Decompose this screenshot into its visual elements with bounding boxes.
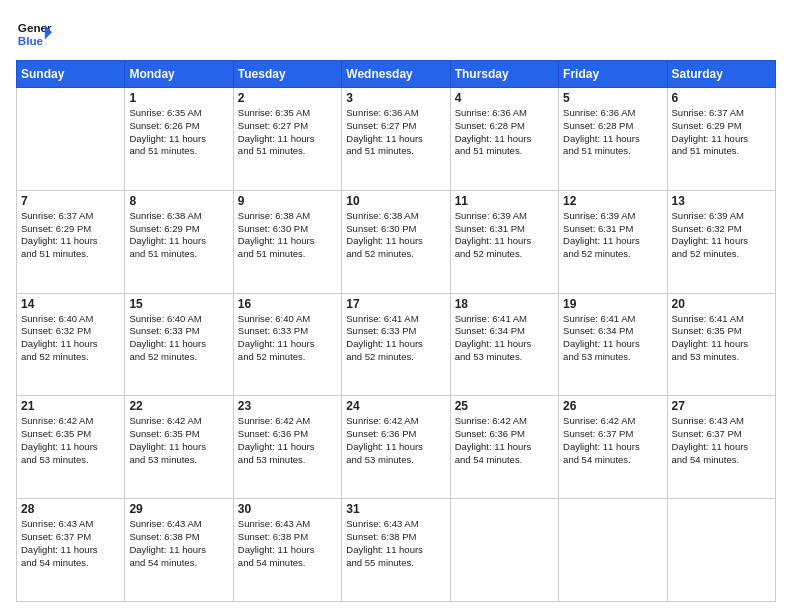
calendar-cell: 20Sunrise: 6:41 AM Sunset: 6:35 PM Dayli… bbox=[667, 293, 775, 396]
calendar-day-header: Sunday bbox=[17, 61, 125, 88]
day-number: 28 bbox=[21, 502, 120, 516]
day-number: 18 bbox=[455, 297, 554, 311]
cell-info: Sunrise: 6:38 AM Sunset: 6:30 PM Dayligh… bbox=[238, 210, 337, 261]
cell-info: Sunrise: 6:41 AM Sunset: 6:33 PM Dayligh… bbox=[346, 313, 445, 364]
calendar-week-row: 7Sunrise: 6:37 AM Sunset: 6:29 PM Daylig… bbox=[17, 190, 776, 293]
calendar-cell: 15Sunrise: 6:40 AM Sunset: 6:33 PM Dayli… bbox=[125, 293, 233, 396]
day-number: 13 bbox=[672, 194, 771, 208]
calendar-cell: 19Sunrise: 6:41 AM Sunset: 6:34 PM Dayli… bbox=[559, 293, 667, 396]
calendar-day-header: Saturday bbox=[667, 61, 775, 88]
day-number: 6 bbox=[672, 91, 771, 105]
day-number: 14 bbox=[21, 297, 120, 311]
calendar-cell: 23Sunrise: 6:42 AM Sunset: 6:36 PM Dayli… bbox=[233, 396, 341, 499]
cell-info: Sunrise: 6:43 AM Sunset: 6:38 PM Dayligh… bbox=[346, 518, 445, 569]
day-number: 21 bbox=[21, 399, 120, 413]
calendar-cell: 8Sunrise: 6:38 AM Sunset: 6:29 PM Daylig… bbox=[125, 190, 233, 293]
cell-info: Sunrise: 6:38 AM Sunset: 6:30 PM Dayligh… bbox=[346, 210, 445, 261]
calendar-day-header: Monday bbox=[125, 61, 233, 88]
day-number: 2 bbox=[238, 91, 337, 105]
cell-info: Sunrise: 6:41 AM Sunset: 6:35 PM Dayligh… bbox=[672, 313, 771, 364]
calendar-cell: 10Sunrise: 6:38 AM Sunset: 6:30 PM Dayli… bbox=[342, 190, 450, 293]
day-number: 7 bbox=[21, 194, 120, 208]
calendar-day-header: Thursday bbox=[450, 61, 558, 88]
day-number: 25 bbox=[455, 399, 554, 413]
day-number: 19 bbox=[563, 297, 662, 311]
cell-info: Sunrise: 6:36 AM Sunset: 6:28 PM Dayligh… bbox=[455, 107, 554, 158]
calendar-cell: 14Sunrise: 6:40 AM Sunset: 6:32 PM Dayli… bbox=[17, 293, 125, 396]
general-blue-icon: General Blue bbox=[16, 16, 52, 52]
day-number: 5 bbox=[563, 91, 662, 105]
calendar-cell: 13Sunrise: 6:39 AM Sunset: 6:32 PM Dayli… bbox=[667, 190, 775, 293]
cell-info: Sunrise: 6:39 AM Sunset: 6:31 PM Dayligh… bbox=[455, 210, 554, 261]
calendar-cell bbox=[450, 499, 558, 602]
calendar-cell: 27Sunrise: 6:43 AM Sunset: 6:37 PM Dayli… bbox=[667, 396, 775, 499]
calendar-cell: 22Sunrise: 6:42 AM Sunset: 6:35 PM Dayli… bbox=[125, 396, 233, 499]
calendar-cell: 7Sunrise: 6:37 AM Sunset: 6:29 PM Daylig… bbox=[17, 190, 125, 293]
calendar-cell: 16Sunrise: 6:40 AM Sunset: 6:33 PM Dayli… bbox=[233, 293, 341, 396]
calendar-cell: 4Sunrise: 6:36 AM Sunset: 6:28 PM Daylig… bbox=[450, 88, 558, 191]
day-number: 4 bbox=[455, 91, 554, 105]
calendar-cell bbox=[17, 88, 125, 191]
cell-info: Sunrise: 6:41 AM Sunset: 6:34 PM Dayligh… bbox=[455, 313, 554, 364]
day-number: 23 bbox=[238, 399, 337, 413]
cell-info: Sunrise: 6:40 AM Sunset: 6:33 PM Dayligh… bbox=[238, 313, 337, 364]
cell-info: Sunrise: 6:42 AM Sunset: 6:36 PM Dayligh… bbox=[346, 415, 445, 466]
day-number: 8 bbox=[129, 194, 228, 208]
day-number: 31 bbox=[346, 502, 445, 516]
calendar-cell: 3Sunrise: 6:36 AM Sunset: 6:27 PM Daylig… bbox=[342, 88, 450, 191]
calendar-cell: 25Sunrise: 6:42 AM Sunset: 6:36 PM Dayli… bbox=[450, 396, 558, 499]
calendar-cell: 31Sunrise: 6:43 AM Sunset: 6:38 PM Dayli… bbox=[342, 499, 450, 602]
day-number: 26 bbox=[563, 399, 662, 413]
day-number: 24 bbox=[346, 399, 445, 413]
calendar-day-header: Tuesday bbox=[233, 61, 341, 88]
calendar-cell: 30Sunrise: 6:43 AM Sunset: 6:38 PM Dayli… bbox=[233, 499, 341, 602]
calendar-cell bbox=[667, 499, 775, 602]
day-number: 16 bbox=[238, 297, 337, 311]
day-number: 17 bbox=[346, 297, 445, 311]
cell-info: Sunrise: 6:41 AM Sunset: 6:34 PM Dayligh… bbox=[563, 313, 662, 364]
calendar-header-row: SundayMondayTuesdayWednesdayThursdayFrid… bbox=[17, 61, 776, 88]
calendar-cell: 5Sunrise: 6:36 AM Sunset: 6:28 PM Daylig… bbox=[559, 88, 667, 191]
calendar-week-row: 14Sunrise: 6:40 AM Sunset: 6:32 PM Dayli… bbox=[17, 293, 776, 396]
cell-info: Sunrise: 6:35 AM Sunset: 6:26 PM Dayligh… bbox=[129, 107, 228, 158]
calendar-cell: 2Sunrise: 6:35 AM Sunset: 6:27 PM Daylig… bbox=[233, 88, 341, 191]
calendar-cell: 24Sunrise: 6:42 AM Sunset: 6:36 PM Dayli… bbox=[342, 396, 450, 499]
calendar-cell bbox=[559, 499, 667, 602]
cell-info: Sunrise: 6:42 AM Sunset: 6:35 PM Dayligh… bbox=[129, 415, 228, 466]
calendar-cell: 1Sunrise: 6:35 AM Sunset: 6:26 PM Daylig… bbox=[125, 88, 233, 191]
cell-info: Sunrise: 6:40 AM Sunset: 6:33 PM Dayligh… bbox=[129, 313, 228, 364]
cell-info: Sunrise: 6:39 AM Sunset: 6:32 PM Dayligh… bbox=[672, 210, 771, 261]
day-number: 12 bbox=[563, 194, 662, 208]
cell-info: Sunrise: 6:43 AM Sunset: 6:38 PM Dayligh… bbox=[129, 518, 228, 569]
calendar-cell: 29Sunrise: 6:43 AM Sunset: 6:38 PM Dayli… bbox=[125, 499, 233, 602]
cell-info: Sunrise: 6:36 AM Sunset: 6:28 PM Dayligh… bbox=[563, 107, 662, 158]
day-number: 30 bbox=[238, 502, 337, 516]
cell-info: Sunrise: 6:40 AM Sunset: 6:32 PM Dayligh… bbox=[21, 313, 120, 364]
day-number: 9 bbox=[238, 194, 337, 208]
calendar-cell: 12Sunrise: 6:39 AM Sunset: 6:31 PM Dayli… bbox=[559, 190, 667, 293]
cell-info: Sunrise: 6:42 AM Sunset: 6:36 PM Dayligh… bbox=[238, 415, 337, 466]
header: General Blue bbox=[16, 16, 776, 52]
calendar-cell: 9Sunrise: 6:38 AM Sunset: 6:30 PM Daylig… bbox=[233, 190, 341, 293]
calendar-week-row: 1Sunrise: 6:35 AM Sunset: 6:26 PM Daylig… bbox=[17, 88, 776, 191]
cell-info: Sunrise: 6:42 AM Sunset: 6:37 PM Dayligh… bbox=[563, 415, 662, 466]
calendar-day-header: Friday bbox=[559, 61, 667, 88]
calendar-table: SundayMondayTuesdayWednesdayThursdayFrid… bbox=[16, 60, 776, 602]
calendar-cell: 11Sunrise: 6:39 AM Sunset: 6:31 PM Dayli… bbox=[450, 190, 558, 293]
page: General Blue SundayMondayTuesdayWednesda… bbox=[0, 0, 792, 612]
calendar-day-header: Wednesday bbox=[342, 61, 450, 88]
cell-info: Sunrise: 6:43 AM Sunset: 6:37 PM Dayligh… bbox=[672, 415, 771, 466]
calendar-cell: 21Sunrise: 6:42 AM Sunset: 6:35 PM Dayli… bbox=[17, 396, 125, 499]
logo: General Blue bbox=[16, 16, 52, 52]
day-number: 20 bbox=[672, 297, 771, 311]
calendar-week-row: 28Sunrise: 6:43 AM Sunset: 6:37 PM Dayli… bbox=[17, 499, 776, 602]
cell-info: Sunrise: 6:43 AM Sunset: 6:37 PM Dayligh… bbox=[21, 518, 120, 569]
day-number: 29 bbox=[129, 502, 228, 516]
calendar-week-row: 21Sunrise: 6:42 AM Sunset: 6:35 PM Dayli… bbox=[17, 396, 776, 499]
day-number: 27 bbox=[672, 399, 771, 413]
cell-info: Sunrise: 6:37 AM Sunset: 6:29 PM Dayligh… bbox=[21, 210, 120, 261]
cell-info: Sunrise: 6:37 AM Sunset: 6:29 PM Dayligh… bbox=[672, 107, 771, 158]
cell-info: Sunrise: 6:43 AM Sunset: 6:38 PM Dayligh… bbox=[238, 518, 337, 569]
cell-info: Sunrise: 6:35 AM Sunset: 6:27 PM Dayligh… bbox=[238, 107, 337, 158]
day-number: 15 bbox=[129, 297, 228, 311]
